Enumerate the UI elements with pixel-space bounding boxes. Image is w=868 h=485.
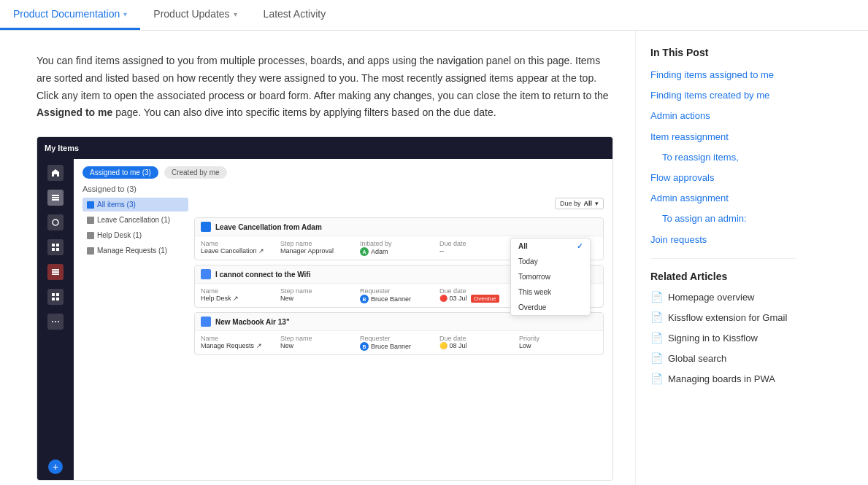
chevron-down-icon: ▾ xyxy=(123,10,127,18)
svg-rect-14 xyxy=(56,298,59,300)
sidebar-link-flow-approvals[interactable]: Flow approvals xyxy=(650,171,796,185)
related-article-global-search-label: Global search xyxy=(668,353,726,364)
mock-detail-step-3: Step name New xyxy=(280,335,358,351)
related-article-global-search[interactable]: 📄 Global search xyxy=(650,352,796,365)
article-icon-gmail: 📄 xyxy=(650,311,662,325)
sidebar-link-join-requests[interactable]: Join requests xyxy=(650,233,796,247)
avatar-3: B xyxy=(360,342,369,351)
mock-due-by-button[interactable]: Due by All ▾ xyxy=(555,198,604,209)
assigned-to-me-bold: Assigned to me xyxy=(37,106,112,118)
due-by-label: Due by xyxy=(560,200,581,207)
mock-item-details-3: Name Manage Requests ↗ Step name New xyxy=(195,331,603,354)
mock-left-item-manage: Manage Requests (1) xyxy=(82,244,188,257)
sidebar-link-finding-assigned[interactable]: Finding items assigned to me xyxy=(650,69,796,82)
mock-item-header-1: Leave Cancellation from Adam xyxy=(195,218,603,236)
sidebar-link-to-assign[interactable]: To assign an admin: xyxy=(650,212,796,225)
top-navigation: Product Documentation ▾ Product Updates … xyxy=(0,0,868,31)
svg-rect-5 xyxy=(56,244,59,247)
mock-sidebar-icon-items xyxy=(47,190,64,206)
mock-main-content: Assigned to me (3) Created by me Assigne… xyxy=(74,159,612,480)
tab-latest-activity[interactable]: Latest Activity xyxy=(250,0,339,30)
mock-dd-item-thisweek: This week xyxy=(511,284,590,300)
article-icon-signin: 📄 xyxy=(650,332,662,345)
mock-left-icon-leave xyxy=(87,217,94,224)
mock-item-card-3: New Macbook Air 13" Name Manage Requests… xyxy=(194,312,604,355)
svg-rect-9 xyxy=(52,271,59,273)
mock-detail-step-1: Step name Manager Approval xyxy=(280,240,358,256)
sidebar-link-admin-assignment[interactable]: Admin assignment xyxy=(650,192,796,205)
mock-two-panel: All items (3) Leave Cancellation (1) Hel… xyxy=(82,198,604,478)
mock-left-label-helpdesk: Help Desk (1) xyxy=(97,231,142,239)
main-layout: You can find items assigned to you from … xyxy=(0,31,868,485)
article-icon-boards-pwa: 📄 xyxy=(650,373,662,386)
tab-product-updates[interactable]: Product Updates ▾ xyxy=(140,0,250,30)
mock-detail-name-label-1: Name Leave Cancellation ↗ xyxy=(201,240,279,256)
intro-text-part1: You can find items assigned to you from … xyxy=(37,55,609,101)
related-article-homepage-label: Homepage overview xyxy=(668,292,755,303)
mock-dd-item-all: All ✓ xyxy=(511,238,590,254)
tab-latest-activity-label: Latest Activity xyxy=(264,8,326,20)
mock-tab-created: Created by me xyxy=(164,166,227,179)
related-article-boards-pwa-label: Managing boards in PWA xyxy=(668,373,775,384)
mock-item-icon-3 xyxy=(201,317,211,327)
mock-left-label-all: All items (3) xyxy=(97,201,136,209)
mock-sidebar-icon-grid xyxy=(47,239,64,255)
intro-text-part2: page. You can also dive into specific it… xyxy=(115,106,496,118)
svg-rect-8 xyxy=(52,269,59,271)
mock-left-item-all: All items (3) xyxy=(82,198,188,212)
mock-tab-assigned: Assigned to me (3) xyxy=(82,166,158,179)
sidebar-divider xyxy=(650,258,796,259)
tab-product-documentation[interactable]: Product Documentation ▾ xyxy=(0,0,140,30)
mock-item-icon-2 xyxy=(201,269,211,279)
overdue-badge: Overdue xyxy=(471,295,499,303)
sidebar-link-to-reassign[interactable]: To reassign items, xyxy=(650,151,796,164)
mock-detail-due-1: Due date -- xyxy=(439,240,518,256)
check-icon: ✓ xyxy=(577,242,583,250)
related-article-boards-pwa[interactable]: 📄 Managing boards in PWA xyxy=(650,373,796,386)
mock-dd-today-label: Today xyxy=(518,257,538,265)
mock-detail-priority-3: Priority Low xyxy=(519,335,597,351)
sidebar-link-item-reassignment[interactable]: Item reassignment xyxy=(650,131,796,144)
right-sidebar: In This Post Finding items assigned to m… xyxy=(635,31,810,485)
sidebar-link-admin-actions[interactable]: Admin actions xyxy=(650,109,796,123)
related-article-homepage[interactable]: 📄 Homepage overview xyxy=(650,291,796,304)
mock-item-icon-1 xyxy=(201,222,211,232)
mock-left-label-leave: Leave Cancellation (1) xyxy=(97,216,170,224)
mock-dd-item-today: Today xyxy=(511,254,590,269)
svg-rect-7 xyxy=(56,248,59,251)
mock-dd-tomorrow-label: Tomorrow xyxy=(518,273,550,281)
mock-item-title-1: Leave Cancellation from Adam xyxy=(215,223,322,231)
mock-dd-item-tomorrow: Tomorrow xyxy=(511,269,590,284)
tab-product-documentation-label: Product Documentation xyxy=(13,8,120,20)
mock-left-label-manage: Manage Requests (1) xyxy=(97,247,167,255)
related-articles-section: Related Articles 📄 Homepage overview 📄 K… xyxy=(650,271,796,386)
svg-rect-13 xyxy=(52,298,55,300)
related-article-signin[interactable]: 📄 Signing in to Kissflow xyxy=(650,332,796,345)
mock-detail-initiated-1: Initiated by A Adam xyxy=(360,240,438,256)
sidebar-link-finding-created[interactable]: Finding items created by me xyxy=(650,89,796,102)
mock-detail-due-3: Due date 🟡 08 Jul xyxy=(439,335,518,351)
svg-rect-6 xyxy=(52,248,55,251)
in-this-post-title: In This Post xyxy=(650,47,796,58)
avatar-2: B xyxy=(360,295,369,303)
related-articles-title: Related Articles xyxy=(650,271,796,282)
svg-point-16 xyxy=(55,321,56,322)
mock-left-item-leave: Leave Cancellation (1) xyxy=(82,213,188,227)
intro-paragraph: You can find items assigned to you from … xyxy=(37,53,613,122)
tab-product-updates-label: Product Updates xyxy=(153,8,229,20)
mock-dd-item-overdue: Overdue xyxy=(511,300,590,315)
due-by-value: All xyxy=(583,200,592,207)
mock-dd-thisweek-label: This week xyxy=(518,288,551,296)
mock-ui: My Items xyxy=(37,137,612,480)
mock-detail-step-2: Step name New xyxy=(280,287,358,303)
mock-left-panel: All items (3) Leave Cancellation (1) Hel… xyxy=(82,198,188,478)
svg-point-3 xyxy=(53,220,58,225)
mock-left-icon-all xyxy=(87,201,94,209)
mock-left-icon-manage xyxy=(87,247,94,255)
content-area: You can find items assigned to you from … xyxy=(0,31,635,485)
article-icon-global-search: 📄 xyxy=(650,352,662,365)
mock-item-title-2: I cannot connect to the Wifi xyxy=(215,271,310,279)
related-article-gmail[interactable]: 📄 Kissflow extension for Gmail xyxy=(650,311,796,325)
svg-point-17 xyxy=(58,321,59,322)
mock-plus-icon: + xyxy=(48,459,63,474)
